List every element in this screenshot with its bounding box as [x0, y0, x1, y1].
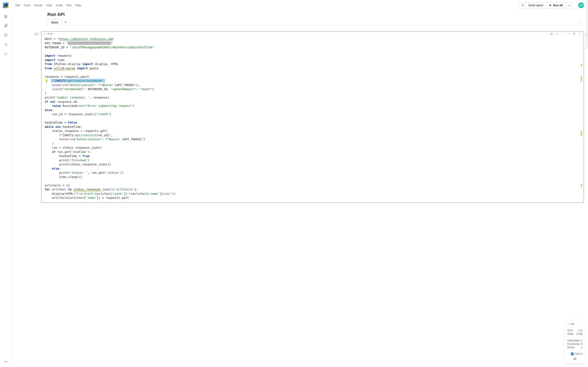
left-rail: DL: [0, 0, 11, 367]
sheet-tabs: Sheet +: [47, 19, 584, 25]
product-logo[interactable]: DL: [3, 2, 9, 8]
share-button[interactable]: [519, 2, 526, 8]
menu-code[interactable]: Code: [56, 4, 63, 7]
caret-icon[interactable]: [567, 32, 570, 35]
python-icon: [567, 357, 582, 361]
menu-kernel[interactable]: Kernel: [34, 4, 42, 7]
ram-value: 2 GB: [576, 332, 582, 335]
cpu-label: CPU: [567, 329, 573, 332]
errors-label: Errors: [567, 346, 575, 349]
menu-run[interactable]: Run: [66, 4, 72, 7]
kernel-status-card[interactable]: Idle CPU 1 % RAM 2 GB Calculated 1 In pr…: [565, 320, 585, 363]
menu-file[interactable]: File: [16, 4, 20, 7]
svg-point-4: [579, 34, 579, 34]
code-editor[interactable]: HOST = "https://datalore.jetbrains.com" …: [42, 36, 584, 202]
svg-point-2: [5, 361, 6, 362]
run-cell-icon[interactable]: [43, 33, 45, 35]
inprocess-value: 0: [581, 342, 582, 345]
cell-duration: 45.6s: [47, 33, 53, 35]
kernel-state: Idle: [567, 322, 582, 325]
cell-prompt: [3]: [34, 33, 39, 36]
calculated-label: Calculated: [567, 339, 580, 342]
scrollbar-thumb[interactable]: [586, 0, 588, 49]
run-all-button[interactable]: Run all: [546, 2, 566, 8]
inprocess-label: In process: [567, 342, 580, 345]
menu-tools[interactable]: Tools: [24, 4, 31, 7]
run-all-dropdown[interactable]: [566, 2, 572, 8]
svg-point-1: [4, 361, 5, 362]
errors-value: 1: [581, 346, 582, 349]
menubar: File Tools Kernel View Code Run Help Bui…: [11, 0, 588, 11]
build-report-button[interactable]: Build report: [526, 2, 546, 8]
chevron-down-icon[interactable]: [579, 21, 582, 24]
svg-point-5: [580, 34, 580, 34]
menu-view[interactable]: View: [46, 4, 52, 7]
machine-label: CPU S: [574, 352, 582, 355]
add-cell-icon[interactable]: [555, 32, 559, 35]
chip-icon[interactable]: [2, 31, 10, 39]
svg-point-6: [581, 34, 581, 34]
cpu-value: 1 %: [578, 329, 582, 332]
cell-toolbar: 45.6s AI: [42, 32, 584, 36]
svg-rect-0: [5, 34, 7, 36]
layers-icon[interactable]: [2, 12, 10, 20]
cell-type-icon[interactable]: [561, 32, 564, 35]
menu-help[interactable]: Help: [75, 4, 81, 7]
svg-point-3: [7, 361, 7, 362]
code-cell[interactable]: [3] 45.6s AI: [41, 31, 584, 203]
ram-label: RAM: [567, 332, 573, 335]
notebook-title: Run API: [47, 11, 584, 19]
cell-more-icon[interactable]: [579, 32, 582, 35]
more-icon[interactable]: [2, 358, 10, 366]
attachment-icon[interactable]: [2, 22, 10, 30]
add-sheet-button[interactable]: +: [62, 20, 69, 25]
avatar[interactable]: AJ: [578, 2, 584, 8]
delete-cell-icon[interactable]: [573, 32, 576, 35]
sheet-tab[interactable]: Sheet: [47, 19, 62, 25]
calculated-value: 1: [581, 339, 582, 342]
ai-assist-icon[interactable]: AI: [550, 32, 553, 35]
toc-icon[interactable]: [2, 40, 10, 49]
variables-icon[interactable]: [2, 50, 10, 58]
